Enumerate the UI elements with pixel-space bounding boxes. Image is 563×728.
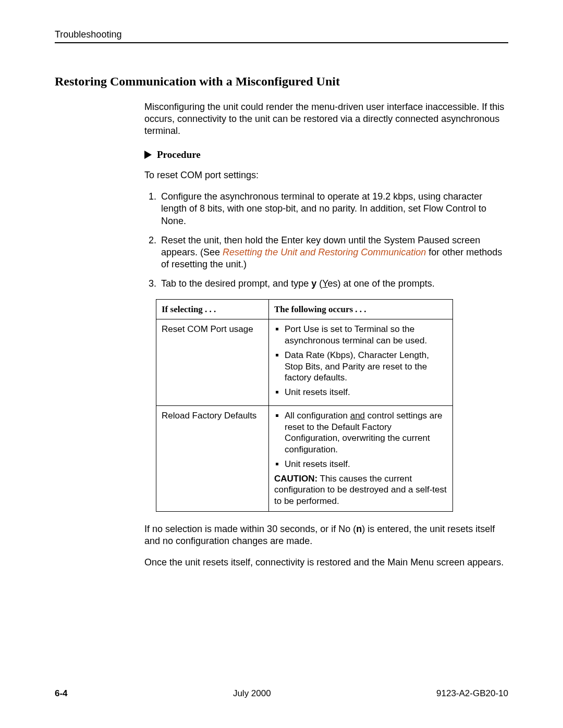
- table-row: Reload Factory Defaults All configuratio…: [156, 405, 453, 511]
- after-paragraph-2: Once the unit resets itself, connectivit…: [144, 557, 508, 569]
- step-3-y: y: [311, 278, 316, 289]
- row1-col1: Reset COM Port usage: [156, 319, 269, 406]
- caution: CAUTION: This causes the current configu…: [274, 473, 447, 507]
- row1-list: Port Use is set to Terminal so the async…: [274, 324, 447, 398]
- row2-col1: Reload Factory Defaults: [156, 405, 269, 511]
- list-item: Unit resets itself.: [285, 459, 447, 470]
- row2-b1-a: All configuration: [285, 411, 350, 421]
- table-header-2: The following occurs . . .: [269, 299, 453, 319]
- body-block: Misconfiguring the unit could render the…: [144, 101, 508, 569]
- row2-b1-u: and: [350, 411, 365, 421]
- list-item: Port Use is set to Terminal so the async…: [285, 324, 447, 347]
- list-item: All configuration and control settings a…: [285, 410, 447, 455]
- cross-reference-link[interactable]: Resetting the Unit and Restoring Communi…: [223, 247, 426, 257]
- selection-table: If selecting . . . The following occurs …: [156, 299, 453, 512]
- header-rule: [55, 42, 508, 43]
- after-p1-a: If no selection is made within 30 second…: [144, 524, 356, 534]
- step-3-text-c: es) at one of the prompts.: [328, 278, 435, 289]
- row1-col2: Port Use is set to Terminal so the async…: [269, 319, 453, 406]
- step-3-Y: Y: [322, 278, 327, 289]
- row2-col2: All configuration and control settings a…: [269, 405, 453, 511]
- step-1: Configure the asynchronous terminal to o…: [159, 191, 508, 227]
- running-header: Troubleshooting: [55, 29, 508, 40]
- page-footer: 6-4 July 2000 9123-A2-GB20-10: [55, 688, 508, 699]
- table-header-1: If selecting . . .: [156, 299, 269, 319]
- list-item: Unit resets itself.: [285, 387, 447, 398]
- table-header-row: If selecting . . . The following occurs …: [156, 299, 453, 319]
- list-item: Data Rate (Kbps), Character Length, Stop…: [285, 350, 447, 384]
- intro-paragraph: Misconfiguring the unit could render the…: [144, 101, 508, 137]
- procedure-steps: Configure the asynchronous terminal to o…: [144, 191, 508, 289]
- document-number: 9123-A2-GB20-10: [436, 688, 508, 699]
- step-3: Tab to the desired prompt, and type y (Y…: [159, 278, 508, 290]
- table-row: Reset COM Port usage Port Use is set to …: [156, 319, 453, 406]
- triangle-icon: [144, 151, 152, 159]
- after-p1-n: n: [356, 524, 362, 534]
- footer-date: July 2000: [233, 688, 271, 699]
- section-title: Restoring Communication with a Misconfig…: [55, 75, 508, 89]
- step-3-text-b: (: [316, 278, 322, 289]
- caution-label: CAUTION:: [274, 474, 317, 484]
- procedure-lead: To reset COM port settings:: [144, 169, 508, 181]
- procedure-heading: Procedure: [144, 149, 508, 161]
- step-2: Reset the unit, then hold the Enter key …: [159, 235, 508, 270]
- step-3-text-a: Tab to the desired prompt, and type: [161, 278, 311, 289]
- page-number: 6-4: [55, 688, 68, 699]
- row2-list: All configuration and control settings a…: [274, 410, 447, 470]
- page: Troubleshooting Restoring Communication …: [0, 0, 563, 728]
- procedure-label: Procedure: [157, 149, 201, 161]
- after-paragraph-1: If no selection is made within 30 second…: [144, 523, 508, 547]
